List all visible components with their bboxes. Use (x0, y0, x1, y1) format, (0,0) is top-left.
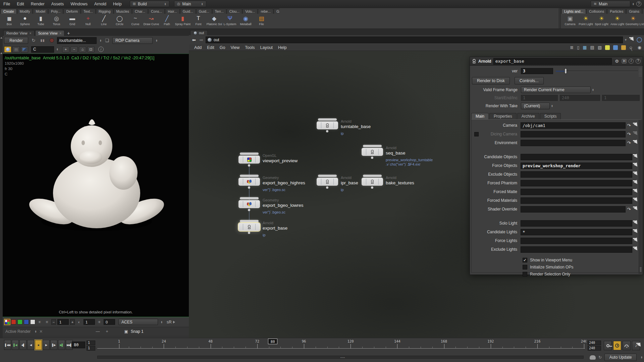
contrast-field[interactable]: 1 (84, 319, 95, 325)
background-toggle[interactable] (21, 46, 28, 53)
network-node[interactable]: Arnold turntable_base ip (317, 121, 338, 129)
select-operator-icon[interactable] (632, 238, 639, 243)
spinner-icon[interactable]: ▲▼ (632, 3, 634, 5)
end-field[interactable]: 240 (560, 95, 600, 101)
zoom-in-icon[interactable]: + (62, 46, 69, 53)
shelf-tool[interactable]: ◯ Circle (112, 14, 127, 28)
shelf-tab[interactable]: Guid... (196, 9, 212, 14)
path-dropdown-icon[interactable]: ▼ (624, 38, 627, 42)
gear-icon[interactable]: ⚙ (614, 59, 620, 64)
contrast-icon[interactable]: ◐ (76, 320, 82, 324)
active-render-label[interactable]: Active Render (5, 329, 31, 334)
parameter-input[interactable] (521, 131, 626, 137)
playback-range-end[interactable]: 240 (588, 346, 601, 351)
network-pane-tab[interactable]: out (190, 30, 208, 35)
close-icon[interactable]: × (60, 32, 62, 35)
parameter-input[interactable]: /obj/cam1 (521, 122, 626, 129)
update-mode-dropdown[interactable]: Auto Update (604, 354, 637, 361)
network-node[interactable]: Arnold ipr_base ip (317, 178, 338, 186)
shelf-tool[interactable]: ☀ Point Light (578, 14, 594, 28)
panel-scrollbar[interactable] (639, 120, 642, 274)
select-operator-icon[interactable] (632, 247, 639, 252)
network-menu-item[interactable]: Add (192, 45, 204, 50)
network-node[interactable]: OpenGL viewport_preview (238, 156, 260, 164)
menubar-item[interactable]: File (0, 0, 13, 8)
shelf-tool[interactable]: ☀ Volume Light (641, 14, 644, 28)
network-menu-item[interactable]: Help (275, 45, 289, 50)
network-node[interactable]: Geometry export_bgeo_highres ver")`.bgeo… (238, 178, 260, 186)
snapshot-plus[interactable]: + (106, 329, 108, 334)
parameter-input[interactable] (521, 238, 632, 244)
scrollbar-thumb[interactable] (639, 266, 642, 273)
select-operator-icon[interactable] (632, 140, 639, 145)
spinner-icon[interactable]: ▲▼ (592, 88, 594, 91)
start-field[interactable]: 1 (521, 95, 558, 101)
shelf-tab[interactable]: Model (33, 9, 48, 14)
select-operator-icon[interactable] (632, 123, 639, 128)
shelf-tool[interactable]: ◎ Torus (49, 14, 64, 28)
node-body[interactable] (317, 121, 338, 129)
select-operator-icon[interactable] (632, 180, 639, 186)
select-operator-icon[interactable] (632, 154, 639, 160)
gamma-field[interactable]: 0 (104, 319, 115, 325)
desktop-selector[interactable]: ⊞ Build ▲▼ (130, 1, 169, 7)
shelf-tab[interactable]: rebe... (258, 9, 273, 14)
checkbox[interactable] (523, 265, 527, 269)
parameter-input[interactable]: * (521, 229, 632, 235)
shelf-tool[interactable]: + Null (80, 14, 96, 28)
shelf-tool[interactable]: ▬ Grid (64, 14, 80, 28)
valid-frame-range-dropdown[interactable]: Render Current Frame (521, 86, 591, 93)
node-body[interactable] (238, 178, 260, 186)
spinner-icon[interactable]: ▲▼ (641, 356, 643, 359)
snapshot-copy-icon[interactable]: ❏ (103, 37, 111, 44)
stop-record-icon[interactable] (48, 37, 55, 44)
shelf-tab[interactable]: Text... (81, 9, 96, 14)
shelf-tab[interactable]: Guid... (180, 9, 196, 14)
parameter-input[interactable] (521, 220, 632, 227)
help-icon[interactable]: ? (636, 59, 641, 64)
shelf-tab[interactable]: Char... (132, 9, 148, 14)
menubar-item[interactable]: Windows (67, 0, 91, 8)
shelf-tool[interactable]: ◉ Metaball (238, 14, 254, 28)
zoom-out-icon[interactable]: − (70, 46, 78, 53)
menubar-item[interactable]: Edit (13, 0, 28, 8)
tree-view-icon[interactable]: ≣ (570, 45, 574, 50)
slider-handle[interactable] (565, 68, 567, 74)
checkbox[interactable]: ✓ (523, 258, 527, 262)
color-palette-icon[interactable]: ▦ (583, 45, 587, 50)
node-name-field[interactable]: export_base (493, 58, 612, 65)
new-tab-icon[interactable]: ▯ (577, 45, 579, 50)
channel-dropdown[interactable]: C (31, 46, 54, 53)
select-operator-icon[interactable] (632, 221, 639, 226)
pin-network-icon[interactable] (629, 37, 635, 43)
network-menu-item[interactable]: Go (217, 45, 228, 50)
jump-to-operator-icon[interactable]: ↷ (626, 207, 632, 212)
shelf-tool[interactable]: ☀ Geometry Light (625, 14, 641, 28)
parameter-input[interactable] (521, 189, 632, 195)
link-icon[interactable] (637, 37, 642, 43)
shelf-tool[interactable]: ╱ Line (96, 14, 112, 28)
network-path-field[interactable]: out (206, 37, 623, 43)
shelf-tool[interactable]: T Font (191, 14, 206, 28)
node-output-connector[interactable] (248, 164, 250, 167)
gamma-icon[interactable]: ☀ (96, 320, 102, 324)
spinner-icon[interactable]: ▲▼ (201, 3, 203, 5)
follow-playbar-icon[interactable] (636, 343, 642, 348)
shelf-tab[interactable]: Hair... (165, 9, 179, 14)
network-node[interactable]: Arnold bake_textures (362, 178, 383, 186)
shelf-tool[interactable]: ● Sphere (17, 14, 33, 28)
network-menu-item[interactable]: View (228, 45, 242, 50)
new-pane-tab-icon[interactable]: + (65, 31, 72, 36)
parameter-tab[interactable]: Scripts (540, 113, 561, 119)
spinner-icon[interactable]: ▲▼ (164, 3, 166, 5)
layout-icon[interactable]: ▧ (598, 45, 602, 50)
pane-expand-icon[interactable] (0, 37, 2, 39)
shelf-tab[interactable]: Games (274, 9, 279, 14)
auto-key-button[interactable] (604, 341, 612, 350)
shelf-tab[interactable]: Create (1, 9, 17, 14)
network-menu-item[interactable]: Layout (258, 45, 276, 50)
render-button[interactable]: Render (4, 37, 28, 44)
shelf-tab[interactable]: Particles (607, 9, 626, 14)
pane-expand-icon[interactable] (0, 52, 2, 54)
node-body[interactable] (238, 200, 260, 208)
